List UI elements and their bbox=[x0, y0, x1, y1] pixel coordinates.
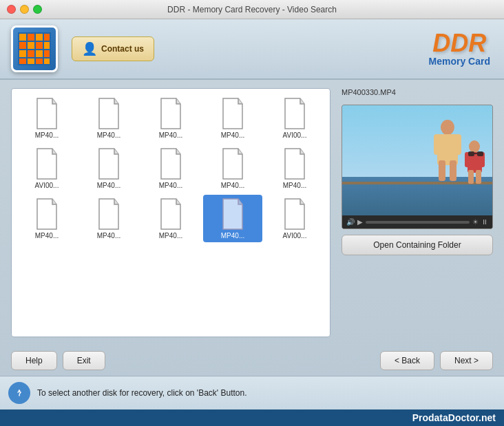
brand-text: ProdataDoctor.net bbox=[412, 412, 496, 423]
svg-rect-12 bbox=[44, 50, 50, 57]
brand-prodata: Prodata bbox=[412, 412, 448, 423]
preview-box: 🔊 ▶ ☀ ⏸ bbox=[342, 105, 493, 229]
svg-rect-20 bbox=[454, 134, 461, 155]
file-icon bbox=[219, 97, 246, 130]
brand-subtitle: Memory Card bbox=[429, 56, 490, 67]
svg-rect-5 bbox=[19, 42, 26, 49]
video-controls: 🔊 ▶ ☀ ⏸ bbox=[342, 215, 492, 228]
svg-rect-9 bbox=[19, 50, 26, 57]
help-button[interactable]: Help bbox=[11, 351, 57, 370]
list-item[interactable]: MP40... bbox=[203, 145, 262, 192]
window-controls bbox=[7, 5, 42, 14]
file-icon bbox=[95, 198, 123, 231]
svg-rect-2 bbox=[28, 34, 34, 41]
svg-rect-11 bbox=[36, 50, 43, 57]
file-label: MP40... bbox=[206, 131, 260, 139]
progress-bar[interactable] bbox=[366, 221, 470, 224]
volume-icon[interactable]: 🔊 bbox=[346, 218, 355, 226]
svg-rect-8 bbox=[44, 42, 50, 49]
file-label: MP40... bbox=[206, 232, 260, 239]
file-label: AVI00... bbox=[268, 232, 322, 239]
list-item[interactable]: MP40... bbox=[141, 195, 200, 242]
svg-rect-19 bbox=[434, 134, 441, 155]
file-panel[interactable]: MP40... MP40... MP40... bbox=[11, 88, 330, 337]
brightness-icon[interactable]: ☀ bbox=[472, 218, 479, 226]
svg-rect-10 bbox=[28, 50, 34, 57]
file-label: MP40... bbox=[268, 182, 322, 189]
file-icon bbox=[157, 147, 185, 180]
close-button[interactable] bbox=[7, 5, 16, 14]
play-button[interactable]: ▶ bbox=[357, 218, 363, 226]
list-item[interactable]: MP40... bbox=[203, 94, 262, 142]
exit-button[interactable]: Exit bbox=[63, 351, 105, 370]
file-icon bbox=[33, 147, 61, 180]
list-item[interactable]: MP40... bbox=[79, 94, 138, 142]
main-container: 👤 Contact us DDR Memory Card MP40... bbox=[0, 19, 504, 426]
open-folder-button[interactable]: Open Containing Folder bbox=[342, 235, 493, 255]
file-label: MP40... bbox=[82, 182, 136, 189]
status-bar: To select another disk for recovery, cli… bbox=[0, 376, 504, 409]
svg-rect-22 bbox=[450, 160, 456, 181]
file-label: MP40... bbox=[82, 131, 136, 139]
svg-point-17 bbox=[441, 120, 454, 135]
contact-button[interactable]: 👤 Contact us bbox=[72, 36, 154, 61]
file-label: MP40... bbox=[144, 131, 198, 139]
file-icon bbox=[95, 147, 123, 180]
minimize-button[interactable] bbox=[20, 5, 29, 14]
file-icon bbox=[33, 198, 61, 231]
list-item[interactable]: AVI00... bbox=[265, 195, 324, 242]
svg-rect-29 bbox=[468, 151, 474, 156]
svg-rect-3 bbox=[36, 34, 43, 41]
file-label: MP40... bbox=[144, 182, 198, 189]
brand-doctor: Doctor.net bbox=[448, 412, 496, 423]
list-item[interactable]: MP40... bbox=[17, 195, 76, 242]
logo-icon bbox=[18, 32, 51, 65]
svg-point-32 bbox=[14, 387, 25, 398]
back-button[interactable]: < Back bbox=[380, 351, 434, 370]
footer-brand: ProdataDoctor.net bbox=[0, 409, 504, 426]
svg-rect-27 bbox=[468, 170, 474, 184]
file-label: MP40... bbox=[20, 232, 74, 239]
preview-panel: MP400330.MP4 bbox=[342, 88, 493, 337]
file-icon bbox=[157, 97, 185, 130]
file-label: MP40... bbox=[20, 131, 74, 139]
list-item[interactable]: MP40... bbox=[79, 145, 138, 192]
next-button[interactable]: Next > bbox=[440, 351, 493, 370]
svg-rect-15 bbox=[36, 58, 43, 64]
list-item[interactable]: MP40... bbox=[79, 195, 138, 242]
list-item[interactable]: MP40... bbox=[141, 94, 200, 142]
list-item-selected[interactable]: MP40... bbox=[203, 195, 262, 242]
svg-rect-30 bbox=[477, 151, 483, 156]
pause-icon[interactable]: ⏸ bbox=[481, 218, 488, 226]
file-label: MP40... bbox=[144, 232, 198, 239]
list-item[interactable]: AVI00... bbox=[17, 145, 76, 192]
contact-label: Contact us bbox=[101, 44, 144, 54]
file-grid: MP40... MP40... MP40... bbox=[17, 94, 324, 242]
window-title: DDR - Memory Card Recovery - Video Searc… bbox=[167, 5, 337, 14]
file-label: AVI00... bbox=[268, 131, 322, 139]
file-label: MP40... bbox=[82, 232, 136, 239]
svg-rect-6 bbox=[28, 42, 34, 49]
content-area: MP40... MP40... MP40... bbox=[0, 80, 504, 345]
list-item[interactable]: AVI00... bbox=[265, 94, 324, 142]
file-icon bbox=[33, 97, 61, 130]
list-item[interactable]: MP40... bbox=[17, 94, 76, 142]
list-item[interactable]: MP40... bbox=[265, 145, 324, 192]
file-icon bbox=[281, 97, 308, 130]
file-icon bbox=[219, 198, 246, 231]
svg-rect-4 bbox=[44, 34, 50, 41]
header: 👤 Contact us DDR Memory Card bbox=[0, 19, 504, 80]
maximize-button[interactable] bbox=[33, 5, 42, 14]
file-icon bbox=[219, 147, 246, 180]
list-item[interactable]: MP40... bbox=[141, 145, 200, 192]
titlebar: DDR - Memory Card Recovery - Video Searc… bbox=[0, 0, 504, 19]
file-icon bbox=[95, 97, 123, 130]
person-icon: 👤 bbox=[82, 41, 97, 56]
svg-rect-21 bbox=[439, 160, 445, 181]
status-message: To select another disk for recovery, cli… bbox=[37, 388, 247, 398]
svg-point-33 bbox=[19, 390, 20, 391]
svg-rect-28 bbox=[476, 170, 481, 184]
brand-ddr: DDR bbox=[429, 31, 490, 56]
file-icon bbox=[157, 198, 185, 231]
svg-rect-14 bbox=[28, 58, 34, 64]
